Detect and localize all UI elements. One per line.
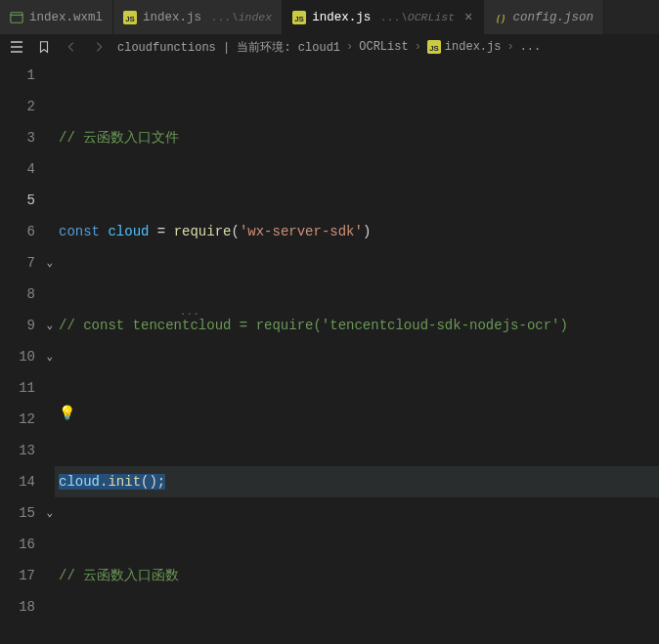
line-number: 10⌄: [0, 341, 55, 372]
breadcrumb-item[interactable]: cloudfunctions | 当前环境: cloud1: [117, 39, 340, 56]
line-number: 3: [0, 122, 55, 153]
line-number: 13: [0, 435, 55, 466]
breadcrumb-item[interactable]: JSindex.js: [427, 40, 502, 54]
bookmark-icon[interactable]: [35, 40, 53, 54]
chevron-right-icon: ›: [506, 40, 513, 54]
svg-text:JS: JS: [429, 44, 439, 53]
line-number: 15⌄: [0, 497, 55, 529]
line-number: 18: [0, 591, 55, 623]
svg-text:JS: JS: [294, 14, 304, 22]
svg-text:JS: JS: [125, 14, 135, 22]
breadcrumb-label: OCRList: [359, 40, 408, 54]
line-number: 12: [0, 404, 55, 435]
close-icon[interactable]: ×: [464, 10, 472, 25]
fold-chevron-icon[interactable]: ⌄: [46, 310, 53, 341]
code-area[interactable]: // 云函数入口文件 const cloud = require('wx-ser…: [55, 60, 659, 644]
tab-path-suffix: ...\index: [211, 11, 272, 23]
tab-label: config.json: [513, 11, 594, 24]
line-number: 2: [0, 91, 55, 122]
breadcrumbs[interactable]: cloudfunctions | 当前环境: cloud1›OCRList›JS…: [117, 39, 651, 56]
fold-chevron-icon[interactable]: ⌄: [46, 247, 53, 279]
wxml-file-icon: [10, 11, 23, 24]
code-line: // const tencentcloud = require('tencent…: [55, 310, 659, 341]
js-file-icon: JS: [427, 40, 441, 54]
breadcrumb-item[interactable]: OCRList: [359, 40, 408, 54]
line-number: 11: [0, 372, 55, 404]
breadcrumb-label: cloudfunctions | 当前环境: cloud1: [117, 39, 340, 56]
editor-action-bar: cloudfunctions | 当前环境: cloud1›OCRList›JS…: [0, 34, 659, 60]
fold-chevron-icon[interactable]: ⌄: [46, 341, 53, 372]
tab-path-suffix: ...\OCRList: [380, 11, 455, 23]
breadcrumb-label: ...: [520, 40, 542, 54]
breadcrumb-label: index.js: [445, 40, 502, 54]
tab-label: index.js: [143, 11, 201, 24]
breadcrumb-item[interactable]: ...: [520, 40, 542, 54]
line-number: 7⌄: [0, 247, 55, 279]
lightbulb-icon[interactable]: 💡: [59, 407, 75, 420]
code-line: // 云函数入口函数: [55, 560, 659, 591]
code-line: // 云函数入口文件: [55, 122, 659, 153]
line-number: 17: [0, 560, 55, 591]
svg-text:{}: {}: [496, 11, 505, 22]
chevron-right-icon: ›: [346, 40, 353, 54]
code-line-active: cloud.init();: [55, 466, 659, 497]
line-number: 14: [0, 466, 55, 497]
line-number: 9⌄: [0, 310, 55, 341]
code-line: const cloud = require('wx-server-sdk'): [55, 216, 659, 247]
editor-tab[interactable]: JSindex.js...\index: [113, 0, 283, 34]
line-number: 16: [0, 529, 55, 560]
editor-tab[interactable]: JSindex.js...\OCRList×: [283, 0, 483, 34]
fold-chevron-icon[interactable]: ⌄: [46, 497, 53, 529]
line-number: 1: [0, 60, 55, 91]
line-number-gutter: 1234567⌄89⌄10⌄1112131415⌄161718: [0, 60, 55, 644]
editor-tab[interactable]: {}config.json: [484, 0, 605, 34]
json-file-icon: {}: [494, 11, 507, 24]
svg-rect-0: [11, 12, 22, 22]
tab-label: index.wxml: [29, 11, 103, 24]
line-number: 6: [0, 216, 55, 247]
line-number: 8: [0, 279, 55, 310]
list-icon[interactable]: [8, 39, 25, 55]
line-number: 4: [0, 153, 55, 185]
editor-tab[interactable]: index.wxml: [0, 0, 113, 34]
js-file-icon: JS: [292, 11, 306, 24]
line-number: 5: [0, 185, 55, 216]
editor-tabs: index.wxmlJSindex.js...\indexJSindex.js.…: [0, 0, 659, 34]
chevron-right-icon: ›: [415, 40, 421, 54]
nav-back-icon[interactable]: [63, 40, 80, 54]
ellipsis-hint: ···: [180, 298, 199, 329]
code-editor[interactable]: 1234567⌄89⌄10⌄1112131415⌄161718 // 云函数入口…: [0, 60, 659, 644]
tab-label: index.js: [312, 11, 371, 24]
nav-forward-icon[interactable]: [90, 40, 108, 54]
js-file-icon: JS: [123, 11, 137, 24]
